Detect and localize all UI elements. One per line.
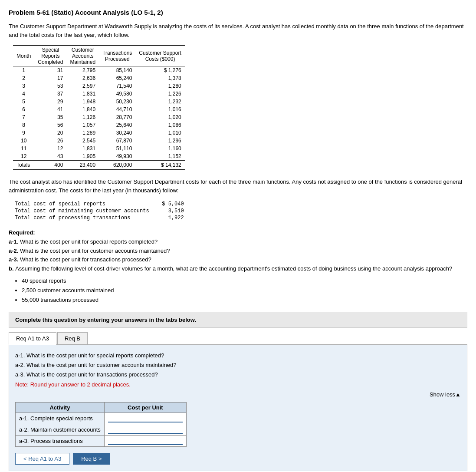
instruction-box: Complete this question by entering your … <box>9 312 467 328</box>
cost-per-unit-col-header: Cost per Unit <box>104 402 186 413</box>
table-cell: 7 <box>13 113 34 121</box>
tab-question: Note: Round your answer to 2 decimal pla… <box>15 380 461 389</box>
page-title: Problem 5-61 (Static) Account Analysis (… <box>9 9 467 16</box>
table-cell: 1,905 <box>66 152 99 161</box>
table-cell: 41 <box>34 106 66 113</box>
table-cell: 1,020 <box>135 113 184 121</box>
table-cell: 49,930 <box>99 152 135 161</box>
table-cell: 29 <box>34 98 66 106</box>
table-cell: 17 <box>34 74 66 82</box>
table-cell: 31 <box>34 66 66 75</box>
col-transactions: TransactionsProcessed <box>99 46 135 66</box>
table-cell: 1,126 <box>66 113 99 121</box>
table-cell: 28,770 <box>99 113 135 121</box>
table-cell: 1,016 <box>135 106 184 113</box>
table-cell: 1,840 <box>66 106 99 113</box>
totals-cell: Totals <box>13 161 34 169</box>
tab-content: a-1. What is the cost per unit for speci… <box>9 345 467 471</box>
table-cell: 5 <box>13 98 34 106</box>
table-cell: 4 <box>13 90 34 98</box>
table-cell: 1,948 <box>66 98 99 106</box>
table-cell: 10 <box>13 137 34 145</box>
totals-cell: $ 14,132 <box>135 161 184 169</box>
cost-per-unit-input-3[interactable] <box>108 437 183 445</box>
nav-buttons: Req A1 to A3 Req B <box>15 453 461 465</box>
table-cell: 1,160 <box>135 145 184 152</box>
table-cell: 2,795 <box>66 66 99 75</box>
cost-per-unit-cell[interactable] <box>104 435 186 446</box>
cost-per-unit-cell[interactable] <box>104 413 186 424</box>
tab-req-a1-a3[interactable]: Req A1 to A3 <box>9 332 56 345</box>
table-cell: 44,710 <box>99 106 135 113</box>
activity-label: a-3. Process transactions <box>16 435 105 446</box>
col-support-costs: Customer SupportCosts ($000) <box>135 46 184 66</box>
table-cell: 6 <box>13 106 34 113</box>
table-cell: 1,831 <box>66 145 99 152</box>
table-cell: 85,140 <box>99 66 135 75</box>
table-cell: 2,597 <box>66 82 99 90</box>
totals-cell: 400 <box>34 161 66 169</box>
table-cell: 49,580 <box>99 90 135 98</box>
required-item: a-1. What is the cost per unit for speci… <box>9 238 158 245</box>
tab-req-b[interactable]: Req B <box>57 332 88 344</box>
totals-cell: 23,400 <box>66 161 99 169</box>
table-cell: 12 <box>34 145 66 152</box>
table-cell: 9 <box>13 129 34 137</box>
next-button[interactable]: Req B <box>73 453 110 465</box>
tab-question: a-2. What is the cost per unit for custo… <box>15 360 461 370</box>
required-section: Required: a-1. What is the cost per unit… <box>9 228 467 305</box>
table-cell: 26 <box>34 137 66 145</box>
tab-question: a-1. What is the cost per unit for speci… <box>15 351 461 360</box>
table-cell: 2,545 <box>66 137 99 145</box>
table-cell: 71,540 <box>99 82 135 90</box>
table-cell: 37 <box>34 90 66 98</box>
table-cell: 1,378 <box>135 74 184 82</box>
required-label: Required: <box>9 229 35 236</box>
cost-per-unit-input-2[interactable] <box>108 426 183 434</box>
cost-amount: $ 5,040 <box>151 201 186 208</box>
cost-summary: Total cost of special reports$ 5,040Tota… <box>13 201 467 221</box>
bullet-item: 40 special reports <box>22 276 467 286</box>
bullet-item: 2,500 customer accounts maintained <box>22 286 467 295</box>
intro-text: The Customer Support Department at Wadsw… <box>9 22 467 39</box>
cost-amount: 3,510 <box>151 208 186 215</box>
tab-questions: a-1. What is the cost per unit for speci… <box>15 351 461 389</box>
col-month: Month <box>13 46 34 66</box>
tabs-container: Req A1 to A3 Req B <box>9 332 467 345</box>
table-cell: 1,280 <box>135 82 184 90</box>
table-cell: 1,086 <box>135 121 184 129</box>
table-cell: 50,230 <box>99 98 135 106</box>
cost-per-unit-input-1[interactable] <box>108 414 183 422</box>
table-cell: 8 <box>13 121 34 129</box>
table-cell: 1,057 <box>66 121 99 129</box>
table-cell: 51,110 <box>99 145 135 152</box>
activity-table: Activity Cost per Unit a-1. Complete spe… <box>15 402 187 447</box>
table-cell: 65,240 <box>99 74 135 82</box>
table-cell: 1 <box>13 66 34 75</box>
table-cell: 1,831 <box>66 90 99 98</box>
bullet-item: 55,000 transactions processed <box>22 295 467 305</box>
cost-label: Total cost of maintaining customer accou… <box>13 208 151 215</box>
required-item: a-3. What is the cost per unit for trans… <box>9 256 151 263</box>
table-cell: $ 1,276 <box>135 66 184 75</box>
table-cell: 30,240 <box>99 129 135 137</box>
table-cell: 1,232 <box>135 98 184 106</box>
table-cell: 20 <box>34 129 66 137</box>
table-cell: 56 <box>34 121 66 129</box>
cost-per-unit-cell[interactable] <box>104 424 186 435</box>
data-table: Month SpecialReportsCompleted CustomerAc… <box>13 45 185 170</box>
table-cell: 1,289 <box>66 129 99 137</box>
cost-label: Total cost of special reports <box>13 201 151 208</box>
activity-col-header: Activity <box>16 402 105 413</box>
table-cell: 3 <box>13 82 34 90</box>
table-cell: 25,640 <box>99 121 135 129</box>
table-cell: 43 <box>34 152 66 161</box>
table-cell: 1,010 <box>135 129 184 137</box>
prev-button[interactable]: Req A1 to A3 <box>15 453 69 465</box>
show-less[interactable]: Show less▲ <box>15 391 461 398</box>
table-cell: 35 <box>34 113 66 121</box>
required-item: b. Assuming the following level of cost-… <box>9 265 452 272</box>
cost-label: Total cost of processing transactions <box>13 215 151 221</box>
required-item: a-2. What is the cost per unit for custo… <box>9 248 170 254</box>
activity-label: a-2. Maintain customer accounts <box>16 424 105 435</box>
